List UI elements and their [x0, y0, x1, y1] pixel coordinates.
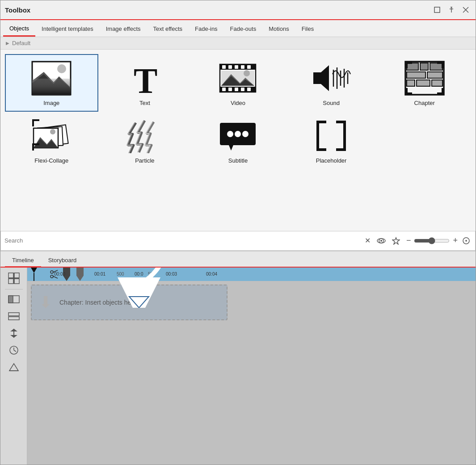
tab-image-effects[interactable]: Image effects: [100, 22, 147, 37]
svg-rect-16: [235, 65, 238, 69]
zoom-out-button[interactable]: −: [405, 235, 413, 247]
svg-marker-91: [9, 364, 18, 371]
objects-section: ▶ Default Image: [0, 37, 476, 251]
svg-point-94: [51, 275, 53, 278]
timeline-ruler: 00:00 00:01 00:0 00:03 00:04 500 500: [27, 268, 476, 281]
svg-rect-82: [8, 296, 13, 303]
sound-label: Sound: [323, 100, 340, 106]
svg-point-93: [51, 271, 53, 273]
maximize-button[interactable]: [432, 6, 442, 14]
zoom-fit-button[interactable]: [461, 235, 472, 246]
object-item-subtitle[interactable]: Subtitle: [191, 112, 285, 169]
svg-rect-36: [417, 80, 430, 86]
title-bar: Toolbox: [0, 0, 476, 20]
timeline-tool-5[interactable]: [6, 360, 21, 374]
tab-storyboard[interactable]: Storyboard: [41, 254, 84, 268]
pin-button[interactable]: [446, 6, 457, 14]
preview-button[interactable]: [375, 236, 387, 246]
tab-intelligent-templates[interactable]: Intelligent templates: [35, 22, 100, 37]
object-item-chapter[interactable]: Chapter: [378, 54, 471, 112]
window-title: Toolbox: [5, 6, 30, 14]
object-item-flexi-collage[interactable]: Flexi-Collage: [5, 112, 98, 169]
timeline-area: Timeline Storyboard: [0, 251, 476, 465]
flexi-collage-icon: [31, 118, 72, 154]
svg-rect-79: [8, 279, 13, 284]
playhead[interactable]: [31, 268, 37, 281]
svg-point-59: [227, 131, 233, 137]
svg-marker-58: [229, 145, 233, 151]
object-item-image[interactable]: Image: [5, 54, 98, 112]
placeholder-label: Placeholder: [316, 157, 347, 164]
time-00-01: 00:01: [94, 272, 105, 276]
timeline-tool-cut[interactable]: [6, 270, 22, 286]
tab-text-effects[interactable]: Text effects: [147, 22, 189, 37]
time-00-04: 00:04: [206, 272, 217, 276]
svg-rect-56: [32, 119, 34, 126]
tab-files[interactable]: Files: [295, 22, 320, 37]
tab-timeline[interactable]: Timeline: [5, 254, 41, 268]
objects-grid: Image T Text: [0, 50, 476, 231]
timeline-tool-3[interactable]: [6, 326, 21, 340]
object-item-sound[interactable]: Sound: [285, 54, 378, 112]
svg-rect-31: [420, 63, 428, 70]
favorites-button[interactable]: [391, 235, 401, 246]
search-input[interactable]: [4, 237, 361, 244]
time-00-03: 00:03: [166, 272, 177, 276]
search-bar: ✕ − +: [0, 231, 476, 251]
timeline-tools-panel: [0, 268, 27, 465]
object-item-particle[interactable]: Particle: [98, 112, 192, 169]
video-icon: [218, 60, 258, 96]
svg-marker-71: [392, 238, 400, 244]
timeline-main: 00:00 00:01 00:0 00:03 00:04 500 500 ⬇ C…: [27, 268, 476, 465]
svg-rect-20: [222, 88, 226, 91]
chapter-track[interactable]: ⬇ Chapter: Insert objects here: [31, 285, 227, 320]
svg-rect-67: [343, 121, 346, 151]
svg-point-7: [57, 64, 66, 73]
time-00-00: 00:00: [54, 272, 65, 276]
tabs-bar: Objects Intelligent templates Image effe…: [0, 20, 476, 37]
svg-rect-54: [32, 143, 34, 151]
svg-rect-78: [14, 273, 19, 278]
svg-marker-98: [76, 268, 84, 281]
toolbox-window: Toolbox Objects Intelligent templates Im…: [0, 0, 476, 465]
object-item-video[interactable]: Video: [191, 54, 285, 112]
svg-point-69: [380, 240, 382, 242]
tab-fade-ins[interactable]: Fade-ins: [189, 22, 224, 37]
svg-point-28: [244, 70, 250, 76]
svg-rect-0: [434, 7, 440, 13]
object-item-text[interactable]: T Text: [98, 54, 192, 112]
object-item-placeholder[interactable]: Placeholder: [285, 112, 378, 169]
subtitle-icon: [218, 118, 258, 154]
svg-marker-87: [10, 335, 17, 338]
svg-rect-83: [8, 313, 19, 316]
svg-rect-14: [222, 65, 226, 69]
timeline-tabs: Timeline Storyboard: [0, 251, 476, 268]
title-bar-controls: [432, 6, 471, 14]
svg-marker-86: [10, 329, 17, 331]
search-clear-button[interactable]: ✕: [363, 235, 372, 246]
section-label: Default: [12, 40, 30, 46]
zoom-slider[interactable]: [414, 237, 450, 244]
particle-icon: [125, 118, 165, 154]
svg-point-61: [242, 131, 249, 137]
svg-rect-37: [432, 80, 442, 86]
tab-fade-outs[interactable]: Fade-outs: [224, 22, 263, 37]
placeholder-icon: [311, 118, 351, 154]
time-500-2: 500: [148, 272, 156, 276]
zoom-in-button[interactable]: +: [451, 235, 459, 247]
video-label: Video: [231, 100, 245, 106]
svg-rect-46: [442, 88, 444, 95]
svg-rect-64: [316, 121, 319, 151]
divider: [5, 289, 23, 289]
tab-motions[interactable]: Motions: [262, 22, 295, 37]
svg-rect-24: [247, 88, 251, 91]
sound-icon: [311, 60, 351, 96]
timeline-tool-1[interactable]: [6, 292, 21, 306]
timeline-tool-2[interactable]: [6, 309, 21, 323]
timeline-tracks: ⬇ Chapter: Insert objects here: [27, 281, 476, 465]
close-button[interactable]: [460, 6, 471, 14]
tab-objects[interactable]: Objects: [3, 21, 35, 37]
marker-right[interactable]: [76, 268, 84, 281]
svg-rect-80: [14, 279, 19, 284]
timeline-tool-4[interactable]: [6, 343, 21, 357]
